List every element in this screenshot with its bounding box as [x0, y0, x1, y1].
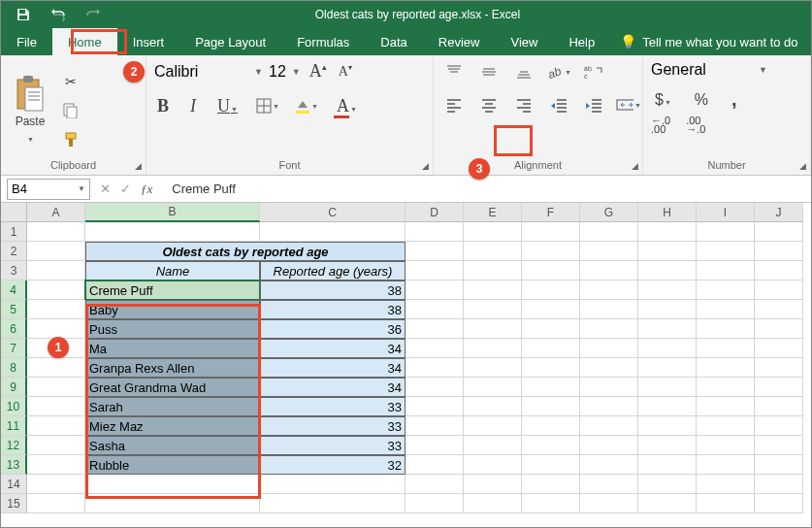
cell[interactable] [522, 436, 580, 455]
cell[interactable] [580, 358, 638, 378]
column-header[interactable]: F [522, 203, 580, 222]
cell[interactable] [755, 494, 803, 513]
cell[interactable] [580, 455, 638, 475]
row-header[interactable]: 15 [1, 494, 27, 513]
cell[interactable] [406, 319, 464, 339]
cell[interactable] [522, 397, 580, 416]
row-header[interactable]: 5 [1, 300, 27, 319]
cell[interactable] [464, 397, 522, 416]
formula-value[interactable]: Creme Puff [162, 182, 236, 196]
cell[interactable] [580, 300, 638, 319]
column-header[interactable]: I [697, 203, 755, 222]
cell[interactable]: Creme Puff [85, 280, 260, 300]
cell[interactable]: 38 [260, 280, 406, 300]
row-header[interactable]: 10 [1, 397, 27, 416]
cell[interactable] [464, 319, 522, 339]
underline-button[interactable]: U▼ [214, 96, 241, 116]
cell[interactable] [464, 475, 522, 494]
cell[interactable] [697, 455, 755, 475]
italic-button[interactable]: I [187, 96, 199, 116]
cell[interactable] [697, 319, 755, 339]
cell[interactable] [406, 242, 464, 261]
cell[interactable] [406, 358, 464, 378]
cell[interactable]: 33 [260, 416, 406, 436]
cell[interactable] [260, 222, 406, 242]
cell[interactable] [697, 280, 755, 300]
cell[interactable]: Granpa Rexs Allen [85, 358, 260, 378]
cell[interactable] [580, 280, 638, 300]
merge-center-button[interactable]: ▼ [616, 94, 641, 116]
cell[interactable] [638, 416, 697, 436]
row-header[interactable]: 1 [1, 222, 27, 242]
cell[interactable]: 38 [260, 300, 406, 319]
cell[interactable] [522, 300, 580, 319]
row-header[interactable]: 4 [1, 280, 27, 300]
dialog-launcher-icon[interactable]: ◢ [632, 161, 638, 171]
cell[interactable]: Sarah [85, 397, 260, 416]
cell[interactable]: Oldest cats by reported age [85, 242, 406, 261]
cell[interactable]: 34 [260, 378, 406, 397]
cell[interactable]: 34 [260, 358, 406, 378]
cell[interactable]: Sasha [85, 436, 260, 455]
cell[interactable]: Miez Maz [85, 416, 260, 436]
cell[interactable] [580, 222, 638, 242]
cell[interactable] [522, 242, 580, 261]
cell[interactable]: 36 [260, 319, 406, 339]
align-bottom-button[interactable] [511, 61, 536, 82]
cell[interactable] [406, 416, 464, 436]
cell[interactable]: 33 [260, 436, 406, 455]
align-center-button[interactable] [476, 94, 502, 116]
cell[interactable] [755, 475, 803, 494]
cancel-icon[interactable]: ✕ [100, 182, 111, 196]
borders-button[interactable]: ▼ [256, 95, 279, 116]
cell[interactable] [755, 358, 803, 378]
cell[interactable] [697, 339, 755, 358]
tab-data[interactable]: Data [365, 28, 422, 55]
row-header[interactable]: 3 [1, 261, 27, 280]
orientation-button[interactable]: ab▼ [546, 61, 571, 82]
cell[interactable] [638, 378, 697, 397]
cell[interactable] [522, 475, 580, 494]
cell[interactable] [697, 378, 755, 397]
increase-font-icon[interactable]: A▴ [307, 61, 330, 82]
cell[interactable]: 34 [260, 339, 406, 358]
cell[interactable] [27, 455, 85, 475]
row-header[interactable]: 7 [1, 339, 27, 358]
cell[interactable] [522, 494, 580, 513]
cell[interactable] [697, 222, 755, 242]
cell[interactable] [522, 261, 580, 280]
increase-indent-button[interactable] [581, 94, 606, 116]
cell[interactable] [638, 242, 697, 261]
cell[interactable] [638, 280, 697, 300]
cell[interactable] [638, 339, 697, 358]
cell[interactable] [464, 494, 522, 513]
column-header[interactable]: H [638, 203, 697, 222]
cell[interactable] [464, 300, 522, 319]
cell[interactable] [522, 280, 580, 300]
cell[interactable] [27, 261, 85, 280]
cell[interactable] [27, 436, 85, 455]
row-header[interactable]: 14 [1, 475, 27, 494]
cell[interactable] [638, 300, 697, 319]
decrease-decimal-button[interactable]: .00→.0 [686, 116, 705, 134]
cell[interactable]: Great Grandma Wad [85, 378, 260, 397]
cell[interactable] [27, 319, 85, 339]
cell[interactable] [580, 261, 638, 280]
cell[interactable]: Rubble [85, 455, 260, 475]
cell[interactable] [755, 222, 803, 242]
cell[interactable] [697, 300, 755, 319]
row-header[interactable]: 8 [1, 358, 27, 378]
cell[interactable] [755, 261, 803, 280]
cell[interactable] [580, 475, 638, 494]
cell[interactable] [638, 475, 697, 494]
cell[interactable] [406, 397, 464, 416]
save-icon[interactable] [15, 6, 32, 23]
cell[interactable] [27, 494, 85, 513]
font-name-select[interactable]: Calibri▼ [154, 63, 263, 81]
bold-button[interactable]: B [154, 96, 172, 116]
paste-button[interactable]: Paste ▼ [9, 76, 51, 146]
redo-icon[interactable] [84, 6, 102, 23]
cell[interactable] [697, 416, 755, 436]
cell[interactable] [755, 436, 803, 455]
font-size-select[interactable]: 12▼ [269, 63, 301, 81]
